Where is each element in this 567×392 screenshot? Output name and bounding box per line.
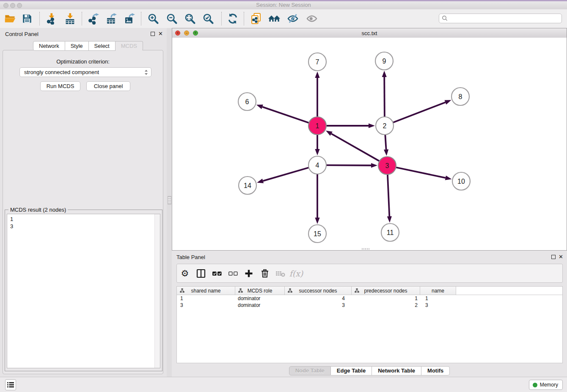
column-header-label: MCDS role	[248, 288, 272, 294]
node-label: 2	[383, 122, 387, 130]
table-row[interactable]: 1dominator411	[177, 295, 562, 302]
search-input[interactable]	[439, 14, 562, 23]
node-1[interactable]: 1	[308, 117, 326, 135]
close-panel-button[interactable]: Close panel	[86, 81, 130, 91]
node-10[interactable]: 10	[452, 172, 470, 190]
mcds-result-line: 3	[10, 223, 154, 230]
criterion-dropdown[interactable]: strongly connected component	[19, 67, 151, 77]
node-15[interactable]: 15	[308, 225, 326, 243]
select-all-icon[interactable]	[210, 266, 224, 281]
node-label: 11	[387, 229, 394, 236]
column-header-shared-name[interactable]: shared name	[177, 287, 235, 295]
import-table-icon[interactable]	[63, 12, 77, 25]
control-panel: Control Panel ✕ NetworkStyleSelectMCDS O…	[0, 28, 167, 377]
run-mcds-button[interactable]: Run MCDS	[40, 81, 80, 91]
table-cell: 3	[420, 302, 456, 309]
task-history-button[interactable]	[5, 379, 16, 390]
node-6[interactable]: 6	[238, 93, 256, 110]
control-panel-tab-style[interactable]: Style	[65, 41, 89, 51]
node-2[interactable]: 2	[376, 117, 394, 135]
save-session-icon[interactable]	[20, 12, 34, 25]
control-panel-tab-mcds[interactable]: MCDS	[116, 41, 143, 51]
toolbar-separator	[244, 12, 244, 25]
network-window-title: scc.txt	[172, 30, 567, 36]
table-panel-tabs: Node TableEdge TableNetwork TableMotifs	[172, 366, 567, 375]
show-columns-icon[interactable]	[194, 266, 208, 281]
node-label: 15	[314, 230, 321, 237]
mcds-result-textarea[interactable]: 13	[7, 214, 160, 368]
node-7[interactable]: 7	[308, 53, 326, 71]
memory-label: Memory	[540, 382, 558, 388]
table-panel: Table Panel ✕ ⚙ f(x) shared nameMCDS rol…	[172, 251, 567, 377]
delete-column-icon[interactable]	[258, 266, 272, 281]
duplicate-network-icon[interactable]	[249, 12, 263, 25]
apply-layout-icon[interactable]	[226, 12, 240, 25]
network-canvas[interactable]: 7968124314101511	[172, 38, 567, 250]
column-header-mcds-role[interactable]: MCDS role	[235, 287, 285, 295]
table-cell: 3	[285, 302, 352, 309]
toolbar-separator	[82, 12, 82, 25]
memory-button[interactable]: Memory	[529, 380, 563, 390]
table-tab-edge-table[interactable]: Edge Table	[331, 366, 372, 375]
node-label: 3	[385, 162, 389, 169]
node-label: 6	[245, 98, 249, 105]
memory-status-dot	[533, 383, 537, 387]
column-header-name[interactable]: name	[420, 287, 456, 295]
table-settings-icon[interactable]: ⚙	[178, 266, 192, 281]
close-panel-icon[interactable]: ✕	[158, 31, 163, 36]
control-panel-tab-select[interactable]: Select	[89, 41, 116, 51]
table-cell: dominator	[235, 302, 285, 309]
scrollbar-track[interactable]	[154, 214, 160, 368]
zoom-in-icon[interactable]	[146, 12, 160, 25]
delete-table-icon	[273, 266, 288, 281]
table-row[interactable]: 3dominator323	[177, 302, 562, 309]
edge-3-to-10[interactable]	[387, 166, 451, 180]
header-filler	[456, 287, 562, 295]
toolbar-separator	[221, 12, 222, 25]
control-panel-tab-network[interactable]: Network	[33, 41, 65, 51]
session-title: Session: New Session	[0, 2, 567, 8]
node-8[interactable]: 8	[451, 88, 469, 105]
import-network-icon[interactable]	[44, 12, 59, 25]
zoom-fit-icon[interactable]	[183, 12, 197, 25]
node-label: 1	[316, 122, 319, 130]
node-table: shared nameMCDS rolesuccessor nodesprede…	[176, 286, 563, 363]
control-panel-tabs: NetworkStyleSelectMCDS	[33, 41, 143, 51]
node-11[interactable]: 11	[381, 224, 399, 241]
column-header-label: name	[432, 288, 444, 294]
zoom-out-icon[interactable]	[165, 12, 179, 25]
table-tab-node-table[interactable]: Node Table	[289, 366, 331, 375]
edge-3-to-1[interactable]	[326, 130, 387, 166]
float-panel-icon[interactable]	[151, 32, 155, 36]
node-4[interactable]: 4	[308, 156, 326, 174]
table-cell: 1	[420, 295, 456, 302]
edge-2-to-8[interactable]	[385, 100, 451, 126]
export-table-icon[interactable]	[105, 12, 119, 25]
table-cell: 3	[177, 302, 235, 309]
deselect-all-icon[interactable]	[226, 266, 240, 281]
edge-4-to-14[interactable]	[257, 165, 317, 183]
export-network-icon[interactable]	[87, 12, 101, 25]
add-column-icon[interactable]	[242, 266, 256, 281]
node-14[interactable]: 14	[239, 177, 256, 194]
table-cell: 2	[352, 302, 420, 309]
toggle-graphics-details-icon[interactable]	[286, 12, 300, 25]
node-9[interactable]: 9	[375, 52, 393, 70]
table-tab-motifs[interactable]: Motifs	[421, 366, 450, 375]
zoom-selected-icon[interactable]	[201, 12, 215, 25]
column-header-successor-nodes[interactable]: successor nodes	[285, 287, 352, 295]
control-panel-title: Control Panel	[5, 31, 39, 37]
splitter-grip[interactable]	[168, 196, 171, 204]
edge-1-to-6[interactable]	[256, 105, 317, 126]
node-3[interactable]: 3	[378, 157, 396, 174]
home-icon[interactable]	[267, 12, 281, 25]
open-session-icon[interactable]	[3, 12, 17, 25]
table-tab-network-table[interactable]: Network Table	[372, 366, 421, 375]
canvas-resize-grip[interactable]	[362, 248, 369, 250]
float-table-panel-icon[interactable]	[551, 255, 556, 259]
close-table-panel-icon[interactable]: ✕	[559, 254, 563, 259]
export-image-icon[interactable]	[123, 12, 137, 25]
app-titlebar: Session: New Session	[0, 0, 567, 10]
column-header-predecessor-nodes[interactable]: predecessor nodes	[352, 287, 420, 295]
table-panel-title: Table Panel	[176, 254, 205, 260]
